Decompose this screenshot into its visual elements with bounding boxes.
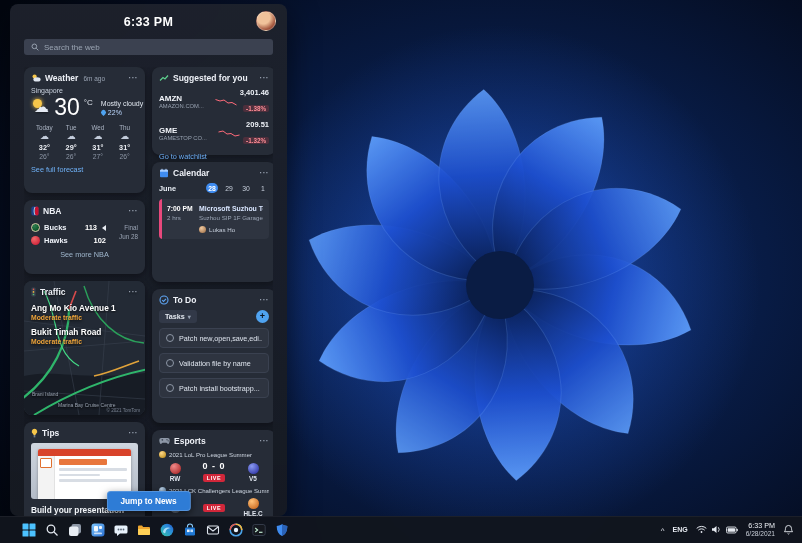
calendar-icon <box>159 168 169 178</box>
sparkline-down-icon <box>218 129 240 138</box>
task-item[interactable]: Patch new,open,save,edi... <box>159 328 269 348</box>
task-checkbox[interactable] <box>166 384 174 392</box>
battery-icon <box>726 526 738 534</box>
nba-team-row: Hawks 102 <box>31 236 106 245</box>
search-icon <box>31 43 39 51</box>
task-checkbox[interactable] <box>166 359 174 367</box>
traffic-road: Bukit Timah Road Moderate traffic <box>31 327 138 345</box>
map-label: Brani Island <box>32 391 58 397</box>
weather-widget[interactable]: Weather 6m ago ··· Singapore ☁ 30 °C Mos… <box>24 67 145 193</box>
nba-title: NBA <box>43 206 61 216</box>
tray-status-icons[interactable] <box>696 525 738 534</box>
mostly-cloudy-icon: ☁ <box>31 98 50 118</box>
calendar-day-selected[interactable]: 28 <box>206 183 218 193</box>
system-tray: ^ ENG 6:33 PM 6/28/2021 <box>661 521 796 538</box>
nba-menu-button[interactable]: ··· <box>129 207 139 215</box>
calendar-event[interactable]: 7:00 PM 2 hrs Microsoft Suzhou Toa... Su… <box>159 199 269 239</box>
widgets-button[interactable] <box>87 520 108 541</box>
search-input[interactable] <box>44 43 266 52</box>
start-button[interactable] <box>18 520 39 541</box>
weather-forecast-link[interactable]: See full forecast <box>31 165 138 174</box>
taskbar-search-button[interactable] <box>41 520 62 541</box>
task-list-selector[interactable]: Tasks ▾ <box>159 310 197 323</box>
forecast-day: Thu☁31°26° <box>111 124 138 160</box>
league-icon <box>159 451 166 458</box>
cloud-icon: ☁ <box>120 132 129 142</box>
watchlist-link[interactable]: Go to watchlist <box>159 152 269 161</box>
taskbar: ^ ENG 6:33 PM 6/28/2021 <box>0 516 802 543</box>
add-task-button[interactable]: + <box>256 310 269 323</box>
cloud-icon: ☁ <box>67 132 76 142</box>
widgets-grid: Weather 6m ago ··· Singapore ☁ 30 °C Mos… <box>24 67 273 516</box>
tray-clock[interactable]: 6:33 PM 6/28/2021 <box>746 521 775 538</box>
nba-link[interactable]: See more NBA <box>31 250 138 259</box>
terminal-app-button[interactable] <box>248 520 269 541</box>
task-item[interactable]: Validation file by name <box>159 353 269 373</box>
calendar-month-selector[interactable]: June <box>159 184 176 193</box>
team-logo-icon <box>170 463 181 474</box>
task-checkbox[interactable] <box>166 334 174 342</box>
weather-updated: 6m ago <box>83 75 105 82</box>
weather-unit: °C <box>84 98 93 107</box>
nba-scoreboard: Bucks 113 Hawks 102 Final <box>31 219 138 245</box>
hawks-logo-icon <box>31 236 40 245</box>
traffic-widget[interactable]: Traffic ··· Ang Mo Kio Avenue 1 Moderate… <box>24 281 145 415</box>
calendar-title: Calendar <box>173 168 209 178</box>
sparkline-down-icon <box>215 97 237 106</box>
tips-menu-button[interactable]: ··· <box>129 429 139 437</box>
language-indicator[interactable]: ENG <box>672 526 687 533</box>
security-app-button[interactable] <box>271 520 292 541</box>
widgets-column-right: Suggested for you ··· AMZN AMAZON.COM...… <box>152 67 273 516</box>
widgets-panel-header: 6:33 PM <box>24 11 273 33</box>
stocks-widget[interactable]: Suggested for you ··· AMZN AMAZON.COM...… <box>152 67 273 155</box>
traffic-road: Ang Mo Kio Avenue 1 Moderate traffic <box>31 303 138 321</box>
calendar-day[interactable]: 1 <box>257 183 269 193</box>
stock-row[interactable]: AMZN AMAZON.COM... 3,401.46 -1.38% <box>159 88 269 115</box>
stock-row[interactable]: GME GAMESTOP CO... 209.51 -1.32% <box>159 120 269 147</box>
todo-menu-button[interactable]: ··· <box>260 296 270 304</box>
search-bar[interactable] <box>24 39 273 55</box>
calendar-menu-button[interactable]: ··· <box>260 169 270 177</box>
chat-button[interactable] <box>110 520 131 541</box>
stocks-menu-button[interactable]: ··· <box>260 74 270 82</box>
forecast-day: Today☁32°26° <box>31 124 58 160</box>
weather-current: ☁ 30 °C Mostly cloudy 22% <box>31 96 138 119</box>
calendar-day[interactable]: 30 <box>240 183 252 193</box>
jump-to-news-button[interactable]: Jump to News <box>106 491 190 511</box>
weather-forecast: Today☁32°26° Tue☁29°26° Wed☁31°27° Thu☁3… <box>31 124 138 160</box>
cloud-icon: ☁ <box>93 132 102 142</box>
weather-icon <box>31 73 41 83</box>
esports-menu-button[interactable]: ··· <box>260 437 270 445</box>
weather-menu-button[interactable]: ··· <box>129 74 139 82</box>
weather-title: Weather <box>45 73 78 83</box>
nba-widget[interactable]: NBA ··· Bucks 113 <box>24 200 145 274</box>
todo-widget[interactable]: To Do ··· Tasks ▾ + Patch n <box>152 289 273 423</box>
traffic-light-icon <box>31 287 36 297</box>
mail-app-button[interactable] <box>202 520 223 541</box>
forecast-day: Tue☁29°26° <box>58 124 85 160</box>
task-view-button[interactable] <box>64 520 85 541</box>
panel-clock: 6:33 PM <box>124 15 173 29</box>
traffic-menu-button[interactable]: ··· <box>129 288 139 296</box>
nba-logo-icon <box>31 206 39 216</box>
photos-app-button[interactable] <box>225 520 246 541</box>
calendar-widget[interactable]: Calendar ··· June 28 29 30 1 <box>152 162 273 282</box>
task-item[interactable]: Patch install bootstrapp... <box>159 378 269 398</box>
widgets-column-left: Weather 6m ago ··· Singapore ☁ 30 °C Mos… <box>24 67 145 516</box>
event-color-bar <box>159 199 162 239</box>
weather-location: Singapore <box>31 87 138 94</box>
traffic-title: Traffic <box>40 287 66 297</box>
user-avatar[interactable] <box>256 11 276 31</box>
edge-browser-button[interactable] <box>156 520 177 541</box>
notification-bell-icon[interactable] <box>783 524 794 535</box>
wifi-icon <box>696 525 707 534</box>
tray-overflow-chevron[interactable]: ^ <box>661 527 665 535</box>
esports-match[interactable]: 2021 LoL Pro League Summer RW 0 - 0 LIVE <box>159 451 269 482</box>
calendar-day[interactable]: 29 <box>223 183 235 193</box>
desktop: 6:33 PM Weather 6m ago ··· Sin <box>0 0 802 543</box>
attendee-avatar <box>199 226 206 233</box>
nba-team-row: Bucks 113 <box>31 223 106 232</box>
file-explorer-button[interactable] <box>133 520 154 541</box>
microsoft-store-button[interactable] <box>179 520 200 541</box>
todo-check-icon <box>159 295 169 305</box>
